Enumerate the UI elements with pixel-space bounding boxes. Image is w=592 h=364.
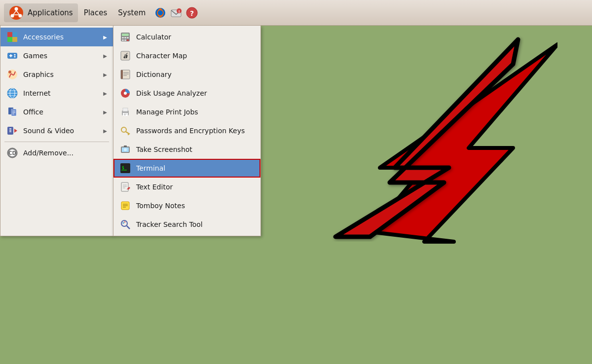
menu-item-graphics[interactable]: Graphics ▶ — [0, 65, 113, 84]
office-icon — [6, 106, 18, 118]
places-label: Places — [84, 8, 108, 17]
accessories-icon — [6, 31, 18, 43]
internet-arrow: ▶ — [103, 91, 107, 96]
charmap-icon: á — [119, 50, 131, 62]
sound-video-label: Sound & Video — [23, 127, 98, 135]
games-label: Games — [23, 52, 98, 60]
addremove-label: Add/Remove... — [23, 149, 107, 157]
red-arrow-annotation — [237, 30, 533, 242]
svg-point-67 — [124, 148, 127, 151]
graphics-icon — [6, 69, 18, 80]
games-arrow: ▶ — [103, 53, 107, 59]
submenu-item-screenshot[interactable]: Take Screenshot — [113, 140, 260, 159]
ubuntu-logo-icon — [9, 5, 24, 20]
calculator-label: Calculator — [136, 33, 171, 41]
annotation-arrow — [271, 39, 557, 247]
applications-menu-button[interactable]: Applications — [4, 3, 78, 22]
svg-rect-68 — [124, 146, 127, 147]
svg-marker-85 — [370, 44, 557, 242]
menu-item-sound-video[interactable]: Sound & Video ▶ — [0, 121, 113, 140]
charmap-label: Character Map — [136, 52, 187, 60]
svg-point-83 — [122, 222, 124, 224]
submenu-item-passwords[interactable]: Passwords and Encryption Keys — [113, 121, 260, 140]
right-submenu-panel: Calculator á Character Map — [113, 26, 261, 236]
svg-rect-12 — [12, 32, 17, 37]
svg-point-5 — [158, 10, 163, 15]
svg-text:$_: $_ — [122, 166, 127, 170]
svg-text:?: ? — [190, 9, 194, 17]
svg-rect-41 — [122, 34, 129, 36]
left-menu-panel: Accessories ▶ Games ▶ — [0, 26, 113, 236]
submenu-item-disk[interactable]: Disk Usage Analyzer — [113, 84, 260, 103]
submenu-item-dictionary[interactable]: Dictionary — [113, 65, 260, 84]
terminal-label: Terminal — [136, 164, 165, 172]
system-menu-button[interactable]: System — [113, 3, 150, 22]
menu-item-addremove[interactable]: CD Add/Remove... — [0, 144, 113, 162]
submenu-item-terminal[interactable]: $_ Terminal — [113, 159, 260, 178]
submenu-item-tomboy[interactable]: Tomboy Notes — [113, 196, 260, 215]
svg-point-81 — [121, 220, 127, 226]
addremove-icon: CD — [6, 147, 18, 159]
svg-text:!: ! — [179, 10, 180, 14]
dictionary-label: Dictionary — [136, 71, 172, 78]
disk-usage-icon — [119, 87, 131, 99]
tomboy-label: Tomboy Notes — [136, 202, 185, 210]
svg-point-84 — [124, 221, 126, 223]
submenu-item-print[interactable]: Manage Print Jobs — [113, 103, 260, 121]
tracker-icon — [119, 218, 131, 230]
applications-label: Applications — [28, 8, 73, 17]
svg-rect-32 — [7, 127, 13, 135]
sound-video-arrow: ▶ — [103, 128, 107, 134]
accessories-label: Accessories — [23, 33, 98, 41]
office-arrow: ▶ — [103, 109, 107, 115]
menu-item-office[interactable]: Office ▶ — [0, 103, 113, 121]
print-icon — [119, 106, 131, 118]
graphics-arrow: ▶ — [103, 72, 107, 77]
applications-menu: Accessories ▶ Games ▶ — [0, 26, 261, 236]
office-label: Office — [23, 108, 98, 116]
accessories-arrow: ▶ — [103, 35, 107, 40]
svg-rect-58 — [123, 108, 128, 111]
texteditor-icon — [119, 181, 131, 193]
menu-item-accessories[interactable]: Accessories ▶ — [0, 28, 113, 46]
internet-icon — [6, 87, 18, 99]
svg-rect-13 — [7, 37, 12, 42]
submenu-item-calculator[interactable]: Calculator — [113, 28, 260, 46]
system-label: System — [118, 8, 146, 17]
print-label: Manage Print Jobs — [136, 108, 198, 116]
internet-label: Internet — [23, 89, 98, 97]
tomboy-icon — [119, 200, 131, 212]
places-menu-button[interactable]: Places — [79, 3, 112, 22]
games-icon — [6, 50, 18, 62]
screenshot-icon — [119, 144, 131, 155]
svg-rect-17 — [9, 55, 12, 56]
terminal-icon: $_ — [119, 162, 131, 174]
svg-rect-46 — [124, 39, 126, 41]
svg-rect-43 — [124, 37, 126, 38]
svg-point-18 — [14, 54, 16, 56]
menu-item-games[interactable]: Games ▶ — [0, 46, 113, 65]
submenu-item-tracker[interactable]: Tracker Search Tool — [113, 215, 260, 234]
svg-line-82 — [127, 226, 130, 229]
submenu-item-charmap[interactable]: á Character Map — [113, 46, 260, 65]
graphics-label: Graphics — [23, 71, 98, 78]
svg-point-19 — [14, 56, 16, 58]
submenu-item-texteditor[interactable]: Text Editor — [113, 178, 260, 196]
passwords-icon — [119, 125, 131, 137]
firefox-icon[interactable] — [153, 6, 167, 20]
passwords-label: Passwords and Encryption Keys — [136, 127, 245, 135]
menu-separator — [4, 142, 109, 142]
help-icon[interactable]: ? — [185, 6, 199, 20]
email-icon[interactable]: ! — [169, 6, 183, 20]
svg-marker-36 — [14, 129, 17, 133]
texteditor-label: Text Editor — [136, 183, 173, 191]
svg-rect-42 — [122, 37, 124, 38]
svg-rect-47 — [127, 39, 129, 41]
svg-point-62 — [121, 127, 126, 132]
calculator-icon — [119, 31, 131, 43]
svg-rect-11 — [7, 32, 12, 37]
screenshot-label: Take Screenshot — [136, 146, 192, 153]
tracker-label: Tracker Search Tool — [136, 220, 203, 228]
menu-item-internet[interactable]: Internet ▶ — [0, 84, 113, 103]
dictionary-icon — [119, 69, 131, 80]
